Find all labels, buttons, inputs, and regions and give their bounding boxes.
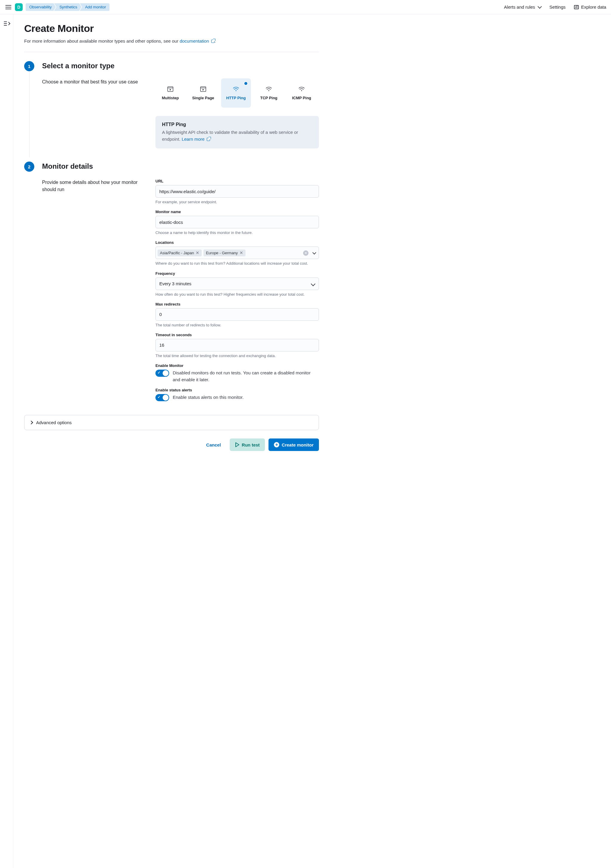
footer-actions: Cancel Run test + Create monitor: [24, 439, 319, 451]
frequency-help: How often do you want to run this test? …: [155, 292, 319, 297]
timeout-label: Timeout in seconds: [155, 333, 319, 337]
enable-monitor-label: Enable Monitor: [155, 363, 319, 368]
step-2: 2 Monitor details Provide some details a…: [24, 161, 319, 406]
step-number-2: 2: [24, 161, 34, 172]
monitor-type-info-panel: HTTP Ping A lightweight API check to val…: [155, 116, 319, 149]
max-redirects-help: The total number of redirects to follow.: [155, 322, 319, 328]
learn-more-link[interactable]: Learn more: [182, 136, 210, 142]
enable-monitor-desc: Disabled monitors do not run tests. You …: [173, 370, 319, 383]
settings-link[interactable]: Settings: [550, 5, 566, 9]
enable-alerts-label: Enable status alerts: [155, 388, 319, 392]
external-link-icon: [207, 138, 210, 141]
monitor-name-label: Monitor name: [155, 209, 319, 214]
step-1-title: Select a monitor type: [42, 62, 319, 70]
location-tag: Europe - Germany ✕: [204, 250, 246, 256]
timeout-help: The total time allowed for testing the c…: [155, 353, 319, 359]
divider: [24, 52, 319, 52]
chevron-right-icon: [29, 421, 33, 425]
documentation-link[interactable]: documentation: [180, 39, 215, 43]
create-monitor-button[interactable]: + Create monitor: [269, 439, 319, 451]
svg-rect-0: [168, 87, 173, 91]
timeout-input[interactable]: [155, 339, 319, 352]
logo-badge[interactable]: D: [15, 3, 23, 11]
monitor-type-cards: Multistep Single Page: [155, 78, 319, 108]
advanced-options-label: Advanced options: [36, 420, 72, 425]
play-icon: [235, 442, 239, 447]
monitor-type-tcp-ping[interactable]: TCP Ping: [254, 78, 284, 108]
alerts-and-rules-menu[interactable]: Alerts and rules: [504, 5, 541, 9]
breadcrumb-observability[interactable]: Observability: [26, 3, 56, 11]
chart-icon: [574, 5, 579, 9]
run-test-button[interactable]: Run test: [230, 439, 265, 451]
browser-play-icon: [167, 86, 174, 92]
monitor-type-icmp-ping[interactable]: ICMP Ping: [287, 78, 317, 108]
left-rail: [0, 14, 13, 868]
svg-point-6: [301, 90, 302, 91]
locations-help: Where do you want to run this test from?…: [155, 261, 319, 266]
breadcrumb: Observability Synthetics Add monitor: [26, 3, 109, 11]
advanced-options-accordion[interactable]: Advanced options: [24, 415, 319, 430]
step-2-title: Monitor details: [42, 162, 319, 170]
wifi-icon: [299, 86, 305, 92]
monitor-type-multistep[interactable]: Multistep: [155, 78, 185, 108]
url-help: For example, your service endpoint.: [155, 199, 319, 205]
location-tag: Asia/Pacific - Japan ✕: [157, 250, 202, 256]
enable-alerts-desc: Enable status alerts on this monitor.: [173, 394, 244, 401]
plus-circle-icon: +: [274, 442, 279, 447]
remove-location-icon[interactable]: ✕: [239, 251, 243, 255]
monitor-name-help: Choose a name to help identify this moni…: [155, 230, 319, 236]
svg-point-4: [235, 90, 236, 91]
step-2-description: Provide some details about how your moni…: [42, 179, 143, 406]
svg-rect-2: [201, 87, 206, 91]
wifi-icon: [233, 86, 239, 92]
enable-monitor-toggle[interactable]: [155, 370, 169, 377]
svg-point-5: [268, 90, 269, 91]
url-label: URL: [155, 179, 319, 183]
expand-sidebar-icon[interactable]: [4, 22, 9, 26]
menu-icon[interactable]: [5, 3, 12, 11]
step-1-description: Choose a monitor that best fits your use…: [42, 78, 143, 149]
wifi-icon: [266, 86, 272, 92]
page-subtitle: For more information about available mon…: [24, 39, 319, 43]
cancel-button[interactable]: Cancel: [201, 439, 226, 451]
locations-label: Locations: [155, 240, 319, 245]
frequency-label: Frequency: [155, 271, 319, 276]
chevron-down-icon[interactable]: [312, 251, 316, 255]
monitor-name-input[interactable]: [155, 216, 319, 228]
remove-location-icon[interactable]: ✕: [196, 251, 199, 255]
locations-combobox[interactable]: Asia/Pacific - Japan ✕ Europe - Germany …: [155, 246, 319, 259]
external-link-icon: [211, 40, 215, 43]
step-1: 1 Select a monitor type Choose a monitor…: [24, 61, 319, 149]
browser-play-icon: [200, 86, 207, 92]
max-redirects-label: Max redirects: [155, 302, 319, 307]
topbar: D Observability Synthetics Add monitor A…: [0, 0, 611, 14]
url-input[interactable]: [155, 185, 319, 198]
explore-data-link[interactable]: Explore data: [574, 5, 606, 9]
breadcrumb-add-monitor[interactable]: Add monitor: [80, 3, 109, 11]
frequency-select[interactable]: Every 3 minutes: [155, 277, 319, 290]
monitor-type-single-page[interactable]: Single Page: [188, 78, 218, 108]
step-number-1: 1: [24, 61, 34, 71]
max-redirects-input[interactable]: [155, 308, 319, 321]
selected-indicator-icon: [244, 81, 248, 85]
page-title: Create Monitor: [24, 23, 319, 34]
breadcrumb-synthetics[interactable]: Synthetics: [54, 3, 81, 11]
enable-alerts-toggle[interactable]: [155, 394, 169, 401]
info-panel-title: HTTP Ping: [162, 122, 312, 127]
clear-locations-icon[interactable]: ✕: [303, 250, 308, 256]
monitor-type-http-ping[interactable]: HTTP Ping: [221, 78, 251, 108]
